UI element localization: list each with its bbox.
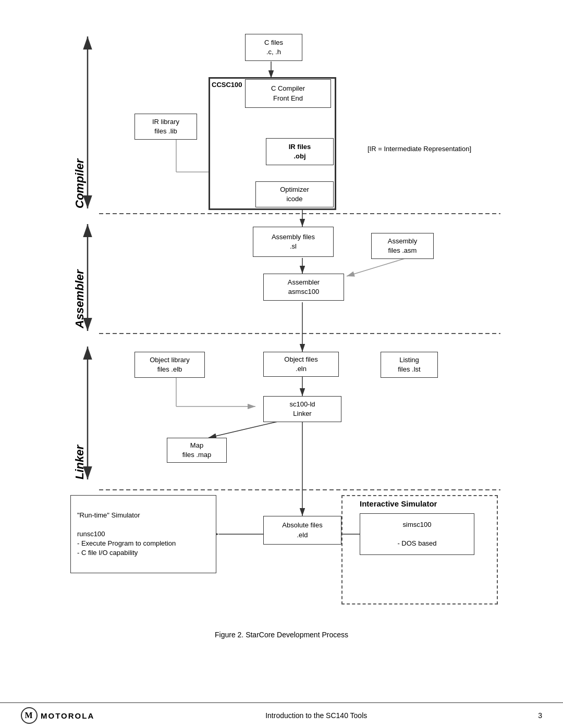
footer-center-text: Introduction to the SC140 Tools bbox=[265, 711, 367, 720]
svg-line-20 bbox=[209, 419, 287, 438]
page: Compiler Assembler Linker C files .c, .h… bbox=[0, 0, 563, 728]
assembly-files-asm-box: Assembly files .asm bbox=[371, 233, 434, 259]
motorola-logo: M MOTOROLA bbox=[21, 707, 94, 724]
compiler-label: Compiler bbox=[73, 36, 87, 208]
optimizer-box: Optimizer icode bbox=[255, 181, 334, 207]
motorola-text: MOTOROLA bbox=[41, 711, 94, 720]
motorola-circle-icon: M bbox=[21, 707, 38, 724]
footer-page-number: 3 bbox=[538, 711, 542, 720]
svg-line-13 bbox=[347, 258, 407, 276]
assembler-box: Assembler asmsc100 bbox=[263, 274, 344, 301]
diagram-area: Compiler Assembler Linker C files .c, .h… bbox=[47, 21, 516, 620]
ccsc100-label: CCSC100 bbox=[212, 81, 242, 89]
map-files-box: Map files .map bbox=[167, 438, 227, 463]
linker-label: Linker bbox=[73, 349, 87, 479]
assembler-label: Assembler bbox=[73, 224, 87, 328]
c-files-box: C files .c, .h bbox=[245, 34, 302, 61]
object-files-box: Object files .eln bbox=[263, 352, 339, 377]
figure-caption: Figure 2. StarCore Development Process bbox=[31, 631, 532, 639]
absolute-files-box: Absolute files .eld bbox=[263, 516, 341, 545]
compiler-front-end-box: C Compiler Front End bbox=[245, 79, 331, 108]
interactive-simulator-label: Interactive Simulator bbox=[360, 499, 437, 508]
ir-files-box: IR files .obj bbox=[266, 138, 334, 165]
assembly-files-sl-box: Assembly files .sl bbox=[253, 227, 334, 257]
listing-files-box: Listing files .lst bbox=[381, 352, 438, 378]
object-library-box: Object library files .elb bbox=[134, 352, 205, 378]
ir-library-box: IR library files .lib bbox=[134, 114, 197, 140]
simsc100-box: simsc100 - DOS based bbox=[360, 513, 474, 555]
linker-box: sc100-ld Linker bbox=[263, 396, 341, 422]
runtime-simulator-box: "Run-time" Simulator runsc100 - Execute … bbox=[70, 495, 216, 573]
ir-note: [IR = Intermediate Representation] bbox=[368, 145, 471, 153]
footer: M MOTOROLA Introduction to the SC140 Too… bbox=[0, 702, 563, 728]
